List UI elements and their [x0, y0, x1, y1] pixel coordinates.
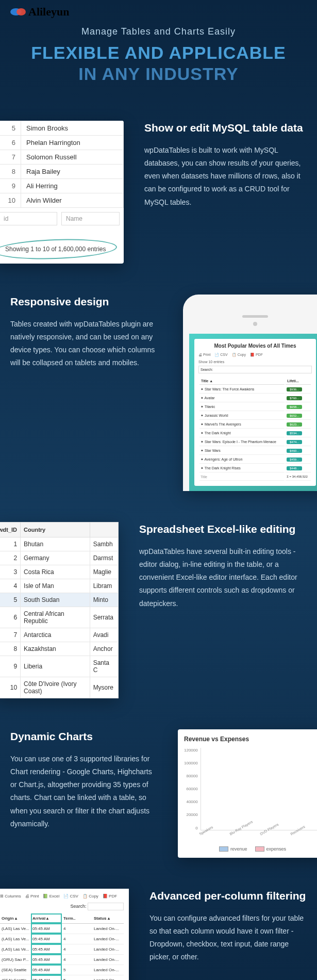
cell-id[interactable]: 10: [0, 677, 21, 698]
cell-id[interactable]: 4: [0, 579, 21, 593]
cell-city[interactable]: Darmst: [90, 551, 118, 565]
filter-name-input[interactable]: Name: [61, 212, 120, 225]
legend-item[interactable]: revenue: [219, 846, 247, 852]
toolbar-button[interactable]: 📄 CSV: [63, 894, 78, 899]
col-header[interactable]: Status ▴: [92, 913, 124, 924]
movie-title[interactable]: ✦ Star Wars: [199, 447, 285, 455]
movie-title[interactable]: ✦ Avatar: [199, 395, 285, 402]
hero-title-line1: FLEXIBLE AND APPLICABLE: [10, 42, 307, 63]
cell-country[interactable]: Costa Rica: [21, 565, 90, 579]
cell-id[interactable]: 9: [0, 656, 21, 677]
phone-table-title: Most Popular Movies of All Times: [198, 343, 312, 349]
spreadsheet-preview: wdt_IDCountry1BhutanSambh2GermanyDarmst3…: [0, 522, 119, 698]
cell-id[interactable]: 7: [0, 628, 21, 642]
col-header[interactable]: Arrival ▴: [31, 913, 62, 924]
movie-title[interactable]: ✦ Marvel's The Avengers: [199, 421, 285, 429]
cell-city[interactable]: Mysore: [90, 677, 118, 698]
cell-city[interactable]: Sambh: [90, 537, 118, 551]
col-header[interactable]: Term..: [62, 913, 92, 924]
phone-speaker: [242, 315, 268, 318]
cell-id[interactable]: 2: [0, 551, 21, 565]
y-tick: 40000: [184, 799, 198, 804]
toolbar-button[interactable]: ⊞ Columns: [0, 894, 21, 899]
col-id[interactable]: wdt_ID: [0, 522, 21, 537]
cell-city[interactable]: Avadi: [90, 628, 118, 642]
cell-country[interactable]: Isle of Man: [21, 579, 90, 593]
col-country[interactable]: Country: [21, 522, 90, 537]
row-id: 7: [0, 150, 21, 164]
mysql-table-preview: 5Simon Brooks6Phelan Harrington7Solomon …: [0, 121, 124, 264]
cell-arrival: 05:45 AM: [31, 923, 62, 934]
row-id: 9: [0, 178, 21, 193]
cell-country[interactable]: Antarctica: [21, 628, 90, 642]
cell-country[interactable]: Liberia: [21, 656, 90, 677]
row-id: 5: [0, 121, 21, 135]
cell-arrival: 05:45 AM: [31, 954, 62, 965]
cell-terminal: 4: [62, 954, 92, 965]
movie-title[interactable]: ✦ The Dark Knight Rises: [199, 465, 285, 472]
row-name: Phelan Harrington: [21, 135, 124, 150]
cell-country[interactable]: Central African Republic: [21, 607, 90, 628]
cell-city[interactable]: Maglie: [90, 565, 118, 579]
section-body: You can use one of 3 supported libraries…: [10, 753, 157, 830]
cell-city[interactable]: Minto: [90, 593, 118, 607]
toolbar-button[interactable]: 📕 PDF: [250, 353, 263, 357]
movie-title[interactable]: ✦ Star Wars: The Force Awakens: [199, 386, 285, 394]
movie-title[interactable]: ✦ Star Wars: Episode I - The Phantom Men…: [199, 438, 285, 446]
toolbar-button[interactable]: 📄 CSV: [214, 353, 227, 357]
section-body: wpDataTables have several built-in editi…: [139, 545, 307, 610]
filter-id-input[interactable]: id: [0, 212, 57, 225]
toolbar-button[interactable]: 📗 Excel: [43, 894, 59, 899]
movie-value: $623...: [286, 421, 311, 429]
chart-title: Revenue vs Expenses: [184, 736, 317, 743]
col-city[interactable]: [90, 522, 118, 537]
foot-sum: Σ = 34,458,522: [286, 473, 311, 481]
y-tick: 80000: [184, 774, 198, 778]
movie-title[interactable]: ✦ Titanic: [199, 403, 285, 411]
cell-terminal: 5: [62, 965, 92, 975]
toolbar-button[interactable]: 📋 Copy: [232, 353, 246, 357]
col-header[interactable]: Origin ▴: [0, 913, 31, 924]
cell-country[interactable]: South Sudan: [21, 593, 90, 607]
row-id: 6: [0, 135, 21, 150]
cell-id[interactable]: 5: [0, 593, 21, 607]
cell-city[interactable]: Libram: [90, 579, 118, 593]
foot-title[interactable]: Title: [199, 473, 285, 481]
toolbar-button[interactable]: 📕 PDF: [103, 894, 117, 899]
cell-country[interactable]: Côte D'Ivoire (Ivory Coast): [21, 677, 90, 698]
legend-item[interactable]: expenses: [255, 846, 287, 852]
section-heading: Dynamic Charts: [10, 729, 157, 743]
cell-country[interactable]: Germany: [21, 551, 90, 565]
toolbar-button[interactable]: 🖨 Print: [25, 894, 39, 899]
cell-arrival: 05:45 AM: [31, 965, 62, 975]
cell-id[interactable]: 8: [0, 642, 21, 656]
cell-id[interactable]: 3: [0, 565, 21, 579]
cell-id[interactable]: 1: [0, 537, 21, 551]
toolbar-button[interactable]: 📋 Copy: [82, 894, 98, 899]
movie-title[interactable]: ✦ Avengers: Age of Ultron: [199, 456, 285, 464]
section-body: You can configure advanced filters for y…: [149, 912, 307, 964]
phone-camera: [253, 322, 257, 326]
search-input[interactable]: Search:: [198, 366, 312, 373]
cell-origin: (LAS) Las Ve...: [0, 944, 31, 954]
movie-value: $652...: [286, 412, 311, 420]
toolbar-button[interactable]: 🖨 Print: [198, 353, 210, 357]
cell-country[interactable]: Bhutan: [21, 537, 90, 551]
cell-city[interactable]: Santa C: [90, 656, 118, 677]
row-id: 8: [0, 164, 21, 178]
entries-count: Showing 1 to 10 of 1,600,000 entries: [0, 242, 111, 256]
y-tick: 100000: [184, 761, 198, 765]
col-title[interactable]: Title ▲: [199, 378, 285, 385]
row-name: Simon Brooks: [21, 121, 124, 135]
movie-title[interactable]: ✦ Jurassic World: [199, 412, 285, 420]
search-input[interactable]: [88, 903, 124, 910]
col-lifetime[interactable]: Lifeti...: [286, 378, 311, 385]
show-entries[interactable]: Show 10 entries: [198, 360, 312, 364]
cell-status: Landed On-...: [92, 944, 124, 954]
cell-country[interactable]: Kazakhstan: [21, 642, 90, 656]
cell-city[interactable]: Serrata: [90, 607, 118, 628]
movie-value: $534...: [286, 430, 311, 437]
cell-city[interactable]: Anchor: [90, 642, 118, 656]
cell-id[interactable]: 6: [0, 607, 21, 628]
movie-title[interactable]: ✦ The Dark Knight: [199, 430, 285, 437]
